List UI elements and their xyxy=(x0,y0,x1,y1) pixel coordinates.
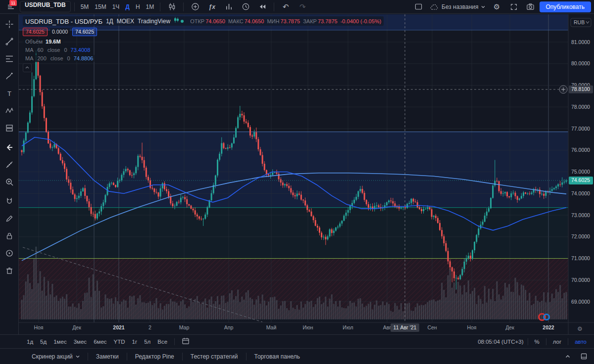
fib-retracement-tool-button[interactable] xyxy=(3,52,16,65)
svg-text:Май: Май xyxy=(266,324,277,330)
divider xyxy=(160,2,160,11)
sidebar-back-button[interactable] xyxy=(3,141,16,154)
low-value: 73.7875 xyxy=(280,18,300,24)
divider xyxy=(74,2,75,11)
replay-icon xyxy=(258,2,267,11)
hide-drawings-button[interactable] xyxy=(3,247,16,260)
ma200-source: close xyxy=(50,55,63,61)
ma60-source: close xyxy=(48,47,60,53)
svg-text:Авг: Авг xyxy=(383,324,392,330)
svg-text:77.0000: 77.0000 xyxy=(571,126,590,132)
range-5d-button[interactable]: 5д xyxy=(37,337,50,347)
percent-scale-button[interactable]: % xyxy=(532,339,542,345)
svg-text:80.0000: 80.0000 xyxy=(571,60,590,66)
chart-settings-button[interactable]: ⚙ xyxy=(489,1,505,12)
trend-line-tool-button[interactable] xyxy=(3,35,16,48)
range-5y-button[interactable]: 5л xyxy=(141,337,153,347)
go-to-date-button[interactable] xyxy=(179,337,193,347)
brush-tool-button[interactable] xyxy=(3,70,16,83)
tab-strategy-tester[interactable]: Тестер стратегий xyxy=(183,352,246,362)
svg-text:Дек: Дек xyxy=(72,324,81,330)
trash-icon xyxy=(5,266,14,275)
svg-text:Дек: Дек xyxy=(505,324,514,330)
pattern-tool-button[interactable] xyxy=(3,104,16,117)
timeframe-5m-button[interactable]: 5M xyxy=(78,1,92,12)
alert-button[interactable] xyxy=(238,1,253,12)
indicator-templates-button[interactable] xyxy=(221,1,237,12)
brush-icon xyxy=(5,72,14,81)
range-6m-button[interactable]: 6мес xyxy=(91,337,109,347)
svg-text:70.0000: 70.0000 xyxy=(571,277,590,283)
provider-label: TradingView xyxy=(138,18,170,25)
compare-button[interactable] xyxy=(187,1,203,12)
tab-trading-panel[interactable]: Торговая панель xyxy=(247,352,308,362)
edit-tool-button[interactable] xyxy=(3,212,16,225)
log-scale-button[interactable]: лог xyxy=(550,339,564,345)
timeframe-1h-button[interactable]: 1Ч xyxy=(110,1,122,12)
lock-tool-button[interactable] xyxy=(3,229,16,242)
range-all-button[interactable]: Все xyxy=(154,337,170,347)
timeframe-15m-button[interactable]: 15M xyxy=(92,1,108,12)
publish-button[interactable]: Опубликовать xyxy=(540,1,591,12)
tab-stock-screener[interactable]: Скринер акций xyxy=(24,352,88,362)
panel-tabs-bar: Скринер акций Заметки Редактор Pine Тест… xyxy=(0,348,594,364)
forecast-tool-button[interactable] xyxy=(3,122,16,135)
svg-text:81.0000: 81.0000 xyxy=(571,39,590,45)
range-3m-button[interactable]: 3мес xyxy=(71,337,90,347)
maximize-panel-icon xyxy=(581,353,587,360)
svg-text:Ноя: Ноя xyxy=(467,324,476,330)
zoom-tool-button[interactable] xyxy=(3,176,16,188)
indicators-button[interactable]: ƒx xyxy=(204,1,220,12)
range-1y-button[interactable]: 1г xyxy=(129,337,141,347)
panel-maximize-button[interactable] xyxy=(578,351,589,362)
tab-pine-editor[interactable]: Редактор Pine xyxy=(127,352,182,362)
chevron-down-icon xyxy=(76,355,80,358)
layout-name-label: Без названия xyxy=(442,3,479,10)
svg-text:11 Авг '21: 11 Авг '21 xyxy=(394,324,417,330)
panel-open-button[interactable] xyxy=(562,351,573,362)
crosshair-tool-button[interactable] xyxy=(3,18,16,31)
redo-button[interactable]: ↷ xyxy=(295,1,310,12)
svg-text:69.0000: 69.0000 xyxy=(571,299,590,305)
save-layout-button[interactable]: Без названия xyxy=(427,1,488,12)
symbol-title[interactable]: USDRUB_TDB - USD/РУБ xyxy=(25,18,102,25)
legend-collapse-button[interactable] xyxy=(23,63,32,72)
auto-scale-button[interactable]: авто xyxy=(572,339,589,345)
ma200-name[interactable]: MA xyxy=(25,55,34,61)
range-ytd-button[interactable]: YTD xyxy=(111,337,128,347)
svg-text:73.0000: 73.0000 xyxy=(571,212,590,218)
timeframe-1m-button[interactable]: 1М xyxy=(144,1,157,12)
timeframe-1d-button[interactable]: Д xyxy=(123,1,132,12)
svg-text:Июл: Июл xyxy=(343,324,353,330)
ma60-name[interactable]: MA xyxy=(25,47,34,53)
symbol-label: USDRUB_TDB xyxy=(25,1,66,8)
magnet-tool-button[interactable] xyxy=(3,195,16,208)
range-1m-button[interactable]: 1мес xyxy=(50,337,69,347)
chart-style-button[interactable] xyxy=(164,1,180,12)
range-1d-button[interactable]: 1д xyxy=(24,337,36,347)
remove-drawings-button[interactable] xyxy=(3,264,16,277)
undo-icon: ↶ xyxy=(283,2,289,11)
close-label: ЗАКР xyxy=(303,18,317,24)
fullscreen-button[interactable] xyxy=(506,1,522,12)
tab-notes[interactable]: Заметки xyxy=(88,352,127,362)
replay-button[interactable] xyxy=(254,1,270,12)
sell-price-button[interactable]: 74.6025 xyxy=(23,28,48,36)
clock[interactable]: 08:05:04 (UTC+3) xyxy=(478,339,523,345)
timeframe-1w-button[interactable]: Н xyxy=(133,1,143,12)
ruler-icon xyxy=(5,160,14,169)
ma60-offset: 0 xyxy=(64,47,67,53)
svg-text:Мар: Мар xyxy=(179,324,190,330)
undo-button[interactable]: ↶ xyxy=(278,1,294,12)
gear-icon: ⚙ xyxy=(494,3,500,10)
measure-tool-button[interactable] xyxy=(3,158,16,171)
svg-text:2021: 2021 xyxy=(113,324,125,330)
buy-price-button[interactable]: 74.6025 xyxy=(72,28,97,36)
tab-label: Скринер акций xyxy=(32,353,73,360)
text-tool-button[interactable]: T xyxy=(3,87,16,100)
svg-text:2022: 2022 xyxy=(543,324,554,330)
layout-button[interactable] xyxy=(410,1,426,12)
symbol-search-button[interactable]: USDRUB_TDB xyxy=(20,1,71,12)
close-value: 73.7875 xyxy=(318,18,338,24)
screenshot-button[interactable] xyxy=(523,1,539,12)
